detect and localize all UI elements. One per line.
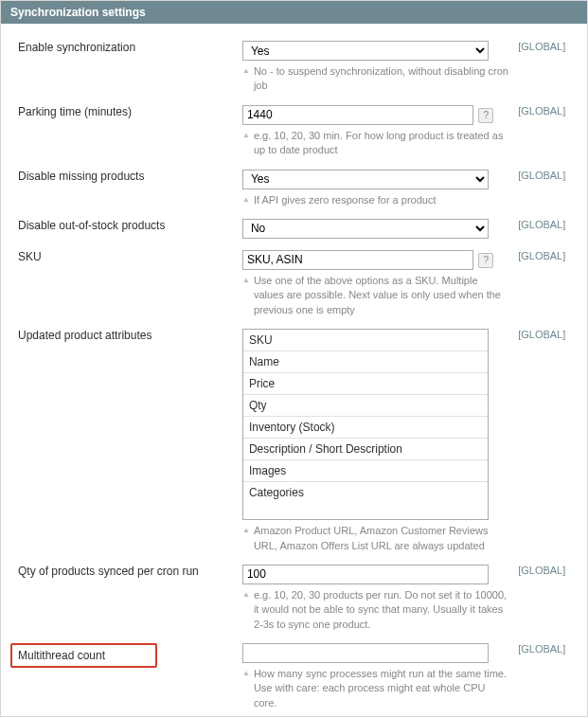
help-icon[interactable]: ? xyxy=(478,108,493,123)
multithread-label: Multithread count xyxy=(10,643,157,668)
updated-attrs-multiselect[interactable]: SKU Name Price Qty Inventory (Stock) Des… xyxy=(242,329,489,520)
qty-per-run-input[interactable] xyxy=(242,565,489,584)
disable-missing-label: Disable missing products xyxy=(1,164,242,213)
list-item[interactable]: Categories xyxy=(243,482,488,503)
scope-label: [GLOBAL] xyxy=(518,24,587,99)
list-item[interactable]: SKU xyxy=(243,330,488,351)
list-item[interactable]: Inventory (Stock) xyxy=(243,417,488,439)
list-item[interactable]: Description / Short Description xyxy=(243,439,488,460)
scope-label: [GLOBAL] xyxy=(518,637,587,716)
disable-oos-select[interactable]: No xyxy=(242,219,489,239)
sku-note: Use one of the above options as a SKU. M… xyxy=(242,274,510,317)
scope-label: [GLOBAL] xyxy=(518,213,587,244)
scope-label: [GLOBAL] xyxy=(518,164,587,213)
qty-per-run-note: e.g. 10, 20, 30 products per run. Do not… xyxy=(242,588,510,632)
updated-attrs-note: Amazon Product URL, Amazon Customer Revi… xyxy=(242,524,510,553)
parking-time-label: Parking time (minutes) xyxy=(1,99,242,164)
sku-input[interactable] xyxy=(242,250,473,270)
multithread-input[interactable] xyxy=(242,643,489,663)
disable-missing-note: If API gives zero response for a product xyxy=(242,193,510,207)
scope-label: [GLOBAL] xyxy=(518,244,587,323)
enable-sync-note: No - to suspend synchronization, without… xyxy=(242,64,510,94)
parking-time-note: e.g. 10, 20, 30 min. For how long produc… xyxy=(242,129,510,158)
updated-attrs-label: Updated product attributes xyxy=(1,323,242,559)
settings-form: Enable synchronization Yes No - to suspe… xyxy=(1,24,587,716)
sync-settings-panel: Synchronization settings Enable synchron… xyxy=(0,0,588,717)
qty-per-run-label: Qty of products synced per cron run xyxy=(1,559,242,637)
scope-label: [GLOBAL] xyxy=(518,559,587,637)
enable-sync-select[interactable]: Yes xyxy=(242,41,489,61)
scope-label: [GLOBAL] xyxy=(518,323,587,559)
disable-oos-label: Disable out-of-stock products xyxy=(1,213,242,244)
list-item[interactable]: Name xyxy=(243,351,488,373)
list-item[interactable]: Images xyxy=(243,460,488,482)
sku-label: SKU xyxy=(1,244,242,323)
list-item[interactable]: Price xyxy=(243,373,488,395)
enable-sync-label: Enable synchronization xyxy=(1,24,242,99)
scope-label: [GLOBAL] xyxy=(518,99,587,164)
help-icon[interactable]: ? xyxy=(478,253,493,268)
multithread-note: How many sync processes might run at the… xyxy=(242,667,510,710)
disable-missing-select[interactable]: Yes xyxy=(242,170,489,189)
panel-title: Synchronization settings xyxy=(1,1,587,24)
list-item[interactable]: Qty xyxy=(243,395,488,417)
parking-time-input[interactable] xyxy=(242,105,473,125)
